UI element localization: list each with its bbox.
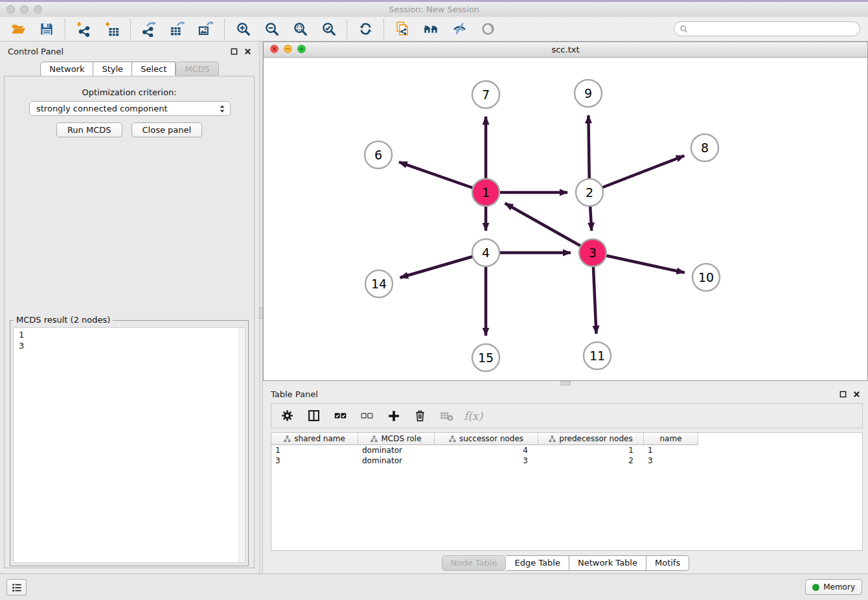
hide-selected-button[interactable] [445, 18, 474, 40]
table-row[interactable]: 1dominator411 [271, 445, 862, 456]
import-network-button[interactable] [69, 18, 98, 40]
graph-node-label: 2 [586, 185, 593, 200]
gear-button[interactable] [275, 406, 299, 426]
table-cell[interactable]: 1 [271, 446, 358, 455]
import-table-button[interactable] [98, 18, 126, 40]
optimization-criterion-select[interactable]: strongly connected component [29, 101, 231, 116]
refresh-icon [358, 21, 373, 36]
header-sort-icon [371, 435, 378, 443]
search-box [674, 21, 860, 36]
horizontal-splitter[interactable] [263, 381, 868, 386]
window-minimize-button[interactable] [20, 5, 29, 14]
column-header-name[interactable]: name [644, 433, 698, 445]
refresh-button[interactable] [351, 18, 380, 40]
tab-style[interactable]: Style [93, 62, 132, 77]
table-body: 1dominator4113dominator323 [271, 445, 862, 466]
trash-button[interactable] [408, 406, 432, 426]
tab-network[interactable]: Network [40, 62, 93, 77]
table-panel-tabs: Node TableEdge TableNetwork TableMotifs [442, 555, 689, 571]
network-zoom-button[interactable]: + [297, 45, 306, 53]
tab-network-table[interactable]: Network Table [569, 555, 646, 571]
network-window-titlebar[interactable]: × − + scc.txt [264, 42, 867, 58]
graph-edge-2-8[interactable] [589, 156, 684, 192]
table-row[interactable]: 3dominator323 [271, 456, 862, 466]
header-sort-icon [449, 435, 456, 443]
zoom-in-button[interactable] [229, 18, 257, 40]
column-header-mcds-role[interactable]: MCDS role [358, 433, 435, 445]
open-button[interactable] [4, 18, 32, 40]
delete-table-button[interactable] [435, 406, 459, 426]
table-cell[interactable]: 3 [271, 456, 358, 465]
tab-mcds[interactable]: MCDS [176, 62, 219, 77]
horizontal-splitter-handle[interactable] [560, 381, 571, 386]
graph-node-10[interactable]: 10 [692, 264, 720, 291]
graph-node-2[interactable]: 2 [576, 179, 603, 206]
graph-node-label: 10 [698, 270, 714, 284]
graph-node-4[interactable]: 4 [472, 239, 499, 266]
select-all-button[interactable] [328, 406, 352, 426]
mcds-result-area[interactable]: 13 [13, 327, 246, 563]
graph-node-8[interactable]: 8 [691, 134, 718, 161]
column-header-predecessor-nodes[interactable]: predecessor nodes [538, 433, 644, 445]
graph-node-label: 8 [701, 141, 709, 155]
memory-button[interactable]: Memory [805, 579, 862, 595]
function-builder-button[interactable]: f(x) [461, 406, 485, 426]
table-panel-float-button[interactable] [839, 391, 847, 398]
export-table-button[interactable] [163, 18, 192, 40]
show-all-button[interactable] [474, 18, 502, 40]
save-button[interactable] [32, 18, 61, 40]
graph-node-1[interactable]: 1 [472, 179, 499, 206]
table-cell[interactable]: 1 [538, 446, 644, 455]
zoom-out-button[interactable] [257, 18, 286, 40]
graph-node-11[interactable]: 11 [584, 342, 611, 369]
column-header-successor-nodes[interactable]: successor nodes [435, 433, 538, 445]
window-close-button[interactable] [6, 5, 15, 14]
graph-node-9[interactable]: 9 [575, 80, 602, 107]
tab-node-table[interactable]: Node Table [442, 555, 507, 571]
search-input[interactable] [691, 23, 856, 36]
graph-node-3[interactable]: 3 [579, 239, 606, 266]
export-image-button[interactable] [192, 18, 220, 40]
window-zoom-button[interactable] [34, 5, 42, 14]
zoom-fit-button[interactable] [286, 18, 314, 40]
graph-node-14[interactable]: 14 [365, 270, 393, 297]
table-panel-close-button[interactable] [853, 391, 860, 398]
gear-icon [280, 409, 294, 422]
table-cell[interactable]: 3 [435, 456, 538, 465]
table-cell[interactable]: 1 [644, 446, 698, 455]
zoom-selected-button[interactable] [314, 18, 343, 40]
unselect-all-icon [360, 409, 374, 422]
table-cell[interactable]: dominator [358, 456, 435, 465]
header-sort-icon [549, 435, 556, 443]
run-mcds-button[interactable]: Run MCDS [56, 122, 122, 137]
table-cell[interactable]: 4 [435, 446, 538, 455]
network-canvas[interactable]: 7968124314101511 [264, 58, 867, 380]
graph-node-6[interactable]: 6 [365, 141, 392, 168]
graph-edge-3-1[interactable] [505, 203, 593, 253]
close-panel-button[interactable]: Close panel [131, 122, 203, 137]
table-cell[interactable]: dominator [358, 446, 435, 455]
columns-button[interactable] [302, 406, 326, 426]
network-graph[interactable]: 7968124314101511 [264, 58, 867, 380]
table-cell[interactable]: 2 [538, 456, 644, 465]
export-network-button[interactable] [135, 18, 163, 40]
control-panel-float-button[interactable] [231, 48, 238, 55]
task-history-button[interactable] [6, 579, 27, 595]
result-scrollbar[interactable] [238, 328, 245, 562]
network-minimize-button[interactable]: − [284, 45, 292, 53]
add-button[interactable] [382, 406, 405, 426]
control-panel-close-button[interactable] [244, 48, 251, 55]
graph-node-label: 11 [589, 349, 605, 363]
column-header-shared-name[interactable]: shared name [271, 433, 358, 445]
copy-network-button[interactable] [388, 18, 417, 40]
graph-node-7[interactable]: 7 [472, 81, 499, 108]
tab-edge-table[interactable]: Edge Table [506, 555, 569, 571]
first-neighbors-button[interactable] [417, 18, 445, 40]
table-cell[interactable]: 3 [644, 456, 698, 465]
main-titlebar[interactable]: Session: New Session [0, 2, 868, 17]
network-close-button[interactable]: × [270, 45, 279, 53]
unselect-all-button[interactable] [355, 406, 379, 426]
tab-motifs[interactable]: Motifs [646, 555, 689, 571]
graph-node-15[interactable]: 15 [472, 344, 499, 371]
tab-select[interactable]: Select [132, 62, 176, 77]
